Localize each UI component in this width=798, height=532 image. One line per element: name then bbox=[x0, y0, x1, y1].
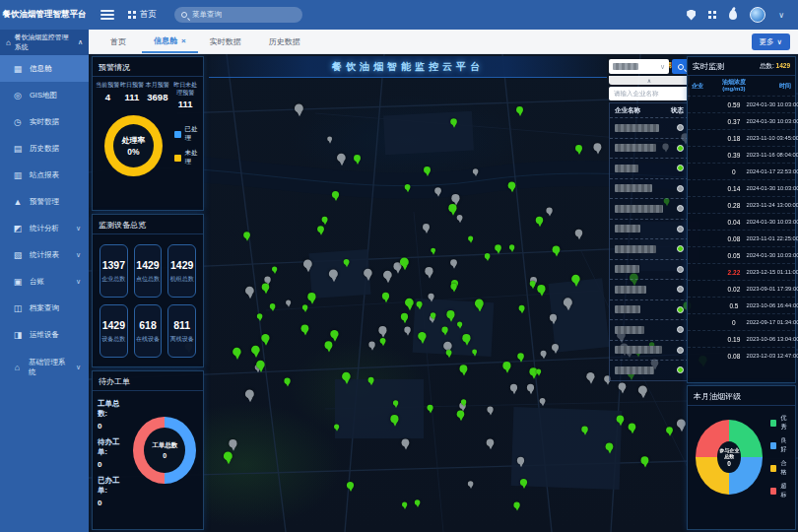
table-row[interactable]: 0.082023-12-03 12:47:00 bbox=[688, 347, 795, 364]
map-pin[interactable] bbox=[530, 281, 537, 290]
map-pin[interactable] bbox=[390, 415, 399, 428]
table-row[interactable]: 0.282023-11-24 13:00:00 bbox=[688, 196, 795, 213]
map-pin[interactable] bbox=[457, 411, 466, 423]
map-pin[interactable] bbox=[368, 341, 375, 351]
map-pin[interactable] bbox=[243, 232, 251, 242]
map-pin[interactable] bbox=[586, 372, 595, 385]
map-pin[interactable] bbox=[405, 184, 412, 193]
table-row[interactable]: 0.142024-01-30 10:03:00 bbox=[688, 179, 795, 196]
list-item[interactable] bbox=[610, 198, 689, 219]
map-pin[interactable] bbox=[307, 293, 316, 305]
tab[interactable]: 实时数据 bbox=[198, 30, 257, 53]
sidebar-item-3[interactable]: ◷ 实时数据 bbox=[0, 108, 89, 135]
map-pin[interactable] bbox=[342, 372, 352, 386]
list-item[interactable] bbox=[610, 340, 689, 361]
map-pin[interactable] bbox=[617, 416, 626, 428]
map-pin[interactable] bbox=[303, 260, 313, 274]
map-pin[interactable] bbox=[619, 383, 628, 395]
map-pin[interactable] bbox=[575, 230, 583, 241]
list-item[interactable] bbox=[610, 138, 689, 159]
list-item[interactable] bbox=[610, 259, 689, 280]
map-pin[interactable] bbox=[461, 399, 467, 407]
map-pin[interactable] bbox=[327, 137, 333, 145]
table-row[interactable]: 02022-09-17 01:34:00 bbox=[688, 313, 795, 330]
map-pin[interactable] bbox=[272, 266, 278, 274]
map-pin[interactable] bbox=[553, 245, 562, 257]
list-item[interactable] bbox=[610, 238, 689, 259]
sidebar-group-header[interactable]: ⌂ 餐饮油烟监控管理系统 ∧ bbox=[0, 30, 89, 55]
map-pin[interactable] bbox=[546, 208, 553, 218]
table-row[interactable]: 0.042024-01-30 10:03:00 bbox=[688, 213, 795, 230]
list-item[interactable] bbox=[610, 158, 689, 178]
map-pin[interactable] bbox=[450, 259, 458, 270]
map-pin[interactable] bbox=[502, 362, 511, 374]
map-pin[interactable] bbox=[325, 341, 334, 353]
map-pin[interactable] bbox=[629, 424, 637, 435]
map-pin[interactable] bbox=[393, 400, 399, 408]
map-pin[interactable] bbox=[457, 321, 463, 329]
map-pin[interactable] bbox=[468, 235, 474, 243]
map-pin[interactable] bbox=[513, 502, 520, 512]
map-pin[interactable] bbox=[404, 326, 411, 336]
map-pin[interactable] bbox=[441, 327, 448, 337]
map-pin[interactable] bbox=[527, 384, 535, 395]
map-pin[interactable] bbox=[256, 361, 266, 374]
sidebar-item-2[interactable]: ◎ GIS地图 bbox=[0, 82, 89, 108]
map-pin[interactable] bbox=[536, 217, 544, 229]
map-pin[interactable] bbox=[666, 427, 674, 437]
map-pin[interactable] bbox=[475, 299, 485, 313]
tab-close-icon[interactable]: × bbox=[181, 36, 186, 45]
sidebar-item-11[interactable]: ◨ 运维设备 bbox=[0, 321, 89, 348]
table-row[interactable]: 0.022023-09-01 17:39:00 bbox=[688, 280, 795, 297]
list-item[interactable] bbox=[610, 117, 689, 138]
table-row[interactable]: 0.392023-11-16 08:04:00 bbox=[688, 146, 795, 163]
map-pin[interactable] bbox=[286, 299, 292, 307]
map-pin[interactable] bbox=[337, 154, 347, 167]
tab[interactable]: 历史数据 bbox=[257, 30, 316, 53]
device-stat-box[interactable]: 1429点位总数 bbox=[134, 244, 163, 298]
map-pin[interactable] bbox=[517, 353, 525, 363]
map-pin[interactable] bbox=[402, 501, 408, 509]
map-pin[interactable] bbox=[423, 224, 431, 234]
map-pin[interactable] bbox=[368, 377, 375, 386]
sidebar-item-9[interactable]: ▣ 台账 ∨ bbox=[0, 268, 89, 295]
sidebar-item-8[interactable]: ▧ 统计报表 ∨ bbox=[0, 241, 89, 268]
map-pin[interactable] bbox=[520, 479, 528, 490]
map-pin[interactable] bbox=[382, 293, 390, 303]
map-pin[interactable] bbox=[424, 166, 432, 177]
map-pin[interactable] bbox=[400, 257, 410, 271]
sidebar-item-12[interactable]: ⌂ 基础管理系统 ∨ bbox=[0, 354, 89, 380]
sidebar-item-6[interactable]: ▲ 预警管理 bbox=[0, 188, 89, 215]
map-pin[interactable] bbox=[380, 338, 387, 347]
map-pin[interactable] bbox=[322, 217, 329, 226]
map-pin[interactable] bbox=[417, 301, 424, 310]
map-pin[interactable] bbox=[495, 244, 502, 254]
map-pin[interactable] bbox=[270, 303, 276, 312]
map-pin[interactable] bbox=[473, 168, 479, 177]
tab[interactable]: 信息舱 × bbox=[142, 30, 198, 53]
map-pin[interactable] bbox=[427, 405, 433, 415]
map-pin[interactable] bbox=[641, 456, 650, 468]
map-pin[interactable] bbox=[450, 284, 457, 294]
map-pin[interactable] bbox=[245, 287, 255, 300]
table-row[interactable]: 0.52023-10-06 16:44:00 bbox=[688, 297, 795, 313]
map-pin[interactable] bbox=[487, 439, 496, 451]
apps-icon[interactable] bbox=[708, 11, 716, 19]
table-row[interactable]: 0.082023-11-01 22:25:00 bbox=[688, 230, 795, 246]
map-pin[interactable] bbox=[571, 275, 581, 288]
device-stat-box[interactable]: 811离线设备 bbox=[167, 304, 196, 358]
sidebar-item-1[interactable]: ▦ 信息舱 bbox=[0, 55, 89, 82]
map-pin[interactable] bbox=[295, 104, 304, 118]
table-row[interactable]: 0.192023-10-06 13:04:00 bbox=[688, 330, 795, 347]
map-pin[interactable] bbox=[347, 482, 355, 493]
map-pin[interactable] bbox=[402, 438, 411, 450]
map-pin[interactable] bbox=[450, 118, 458, 128]
avatar[interactable] bbox=[750, 7, 765, 23]
map-pin[interactable] bbox=[537, 285, 546, 298]
table-row[interactable]: 0.592024-01-30 10:03:00 bbox=[688, 96, 795, 112]
map-pin[interactable] bbox=[519, 305, 526, 314]
map-pin[interactable] bbox=[472, 350, 478, 358]
map-pin[interactable] bbox=[302, 304, 308, 313]
device-stat-box[interactable]: 618在线设备 bbox=[134, 304, 163, 358]
map-pin[interactable] bbox=[224, 451, 233, 465]
